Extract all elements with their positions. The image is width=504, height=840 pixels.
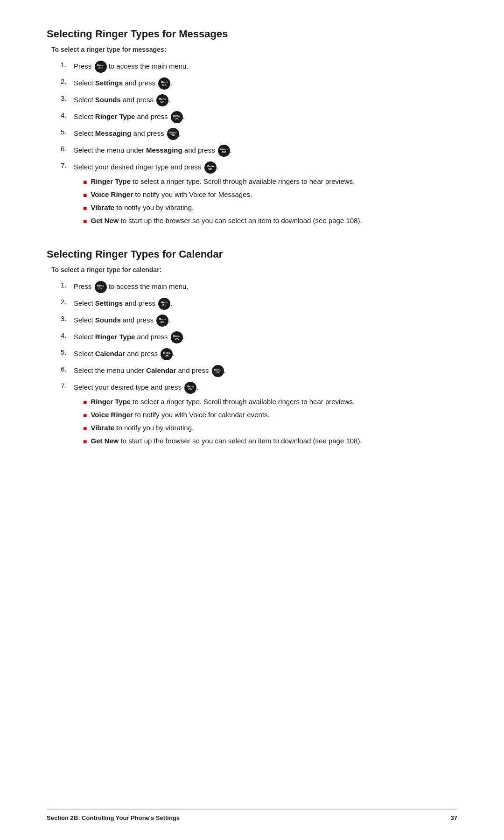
bullet-sq-m2: ■: [83, 191, 87, 199]
bullet-m4-text: Get New to start up the browser so you c…: [91, 217, 362, 224]
section-calendar-title: Selecting Ringer Types for Calendar: [47, 248, 457, 260]
step-m3-content: Select Sounds and press MenuOK.: [74, 94, 457, 106]
menu-button-c3: MenuOK: [156, 315, 168, 327]
page-footer: Section 2B: Controlling Your Phone's Set…: [47, 809, 457, 821]
step-m4-bold: Ringer Type: [95, 112, 135, 120]
messages-steps-list: 1. Press MenuOK to access the main menu.…: [61, 61, 457, 230]
menu-button-c7: MenuOK: [184, 382, 196, 394]
step-c4: 4. Select Ringer Type and press MenuOK.: [61, 331, 457, 343]
section-messages-title: Selecting Ringer Types for Messages: [47, 28, 457, 40]
menu-button-m5: MenuOK: [167, 128, 179, 140]
step-c4-num: 4.: [61, 331, 70, 339]
step-m7-num: 7.: [61, 161, 70, 169]
bullet-sq-c4: ■: [83, 438, 87, 445]
section-calendar-subtitle: To select a ringer type for calendar:: [51, 266, 457, 273]
section-messages: Selecting Ringer Types for Messages To s…: [47, 28, 457, 230]
step-m2-bold: Settings: [95, 79, 123, 87]
step-c5-content: Select Calendar and press MenuOK.: [74, 348, 457, 360]
step-m6-content: Select the menu under Messaging and pres…: [74, 145, 457, 157]
bullet-c4: ■ Get New to start up the browser so you…: [83, 437, 457, 445]
bullet-c1-text: Ringer Type to select a ringer type. Scr…: [91, 398, 355, 406]
menu-button-c1: MenuOK: [95, 281, 107, 293]
step-m5: 5. Select Messaging and press MenuOK.: [61, 128, 457, 140]
bullet-c3-text: Vibrate to notify you by vibrating.: [91, 424, 194, 432]
step-m2-num: 2.: [61, 77, 70, 85]
step-c4-bold: Ringer Type: [95, 333, 135, 341]
step-c5-bold: Calendar: [95, 350, 125, 357]
step-m1-content: Press MenuOK to access the main menu.: [74, 61, 457, 73]
step-m6-num: 6.: [61, 145, 70, 153]
section-calendar: Selecting Ringer Types for Calendar To s…: [47, 248, 457, 450]
step-m5-num: 5.: [61, 128, 70, 136]
step-m7: 7. Select your desired ringer type and p…: [61, 161, 457, 230]
bullet-sq-c3: ■: [83, 425, 87, 432]
step-m7-content: Select your desired ringer type and pres…: [74, 161, 457, 230]
step-m4-content: Select Ringer Type and press MenuOK.: [74, 111, 457, 123]
step-c1-content: Press MenuOK to access the main menu.: [74, 281, 457, 293]
menu-button-c6: MenuOK: [212, 365, 224, 377]
step-m1: 1. Press MenuOK to access the main menu.: [61, 61, 457, 73]
step-c5: 5. Select Calendar and press MenuOK.: [61, 348, 457, 360]
bullet-m4: ■ Get New to start up the browser so you…: [83, 217, 457, 225]
bullet-m1-text: Ringer Type to select a ringer type. Scr…: [91, 177, 355, 185]
step-c6-num: 6.: [61, 365, 70, 373]
step-c6-content: Select the menu under Calendar and press…: [74, 365, 457, 377]
step-m3: 3. Select Sounds and press MenuOK.: [61, 94, 457, 106]
bullet-sq-m4: ■: [83, 217, 87, 225]
bullet-m3-text: Vibrate to notify you by vibrating.: [91, 203, 194, 211]
step-c2-bold: Settings: [95, 299, 123, 307]
footer-left: Section 2B: Controlling Your Phone's Set…: [47, 814, 180, 821]
calendar-steps-list: 1. Press MenuOK to access the main menu.…: [61, 281, 457, 450]
step-c3-num: 3.: [61, 315, 70, 322]
step-c7: 7. Select your desired type and press Me…: [61, 382, 457, 450]
bullet-m2-text: Voice Ringer to notify you with Voice fo…: [91, 190, 252, 198]
step-c5-num: 5.: [61, 348, 70, 356]
bullet-m1: ■ Ringer Type to select a ringer type. S…: [83, 177, 457, 186]
step-c6: 6. Select the menu under Calendar and pr…: [61, 365, 457, 377]
menu-button-m2: MenuOK: [158, 77, 170, 90]
step-c3-content: Select Sounds and press MenuOK.: [74, 315, 457, 327]
messages-bullet-list: ■ Ringer Type to select a ringer type. S…: [83, 177, 457, 225]
menu-button-m1: MenuOK: [95, 61, 107, 73]
calendar-bullet-list: ■ Ringer Type to select a ringer type. S…: [83, 398, 457, 445]
bullet-c1: ■ Ringer Type to select a ringer type. S…: [83, 398, 457, 406]
menu-button-m6: MenuOK: [218, 145, 230, 157]
footer-right: 37: [451, 814, 457, 821]
step-c3: 3. Select Sounds and press MenuOK.: [61, 315, 457, 327]
step-m6: 6. Select the menu under Messaging and p…: [61, 145, 457, 157]
bullet-c4-text: Get New to start up the browser so you c…: [91, 437, 362, 445]
menu-button-m3: MenuOK: [156, 94, 168, 106]
section-messages-subtitle: To select a ringer type for messages:: [51, 46, 457, 53]
step-c7-num: 7.: [61, 382, 70, 390]
step-m5-content: Select Messaging and press MenuOK.: [74, 128, 457, 140]
bullet-c3: ■ Vibrate to notify you by vibrating.: [83, 424, 457, 432]
bullet-sq-c1: ■: [83, 399, 87, 406]
step-c2-num: 2.: [61, 298, 70, 306]
bullet-m2: ■ Voice Ringer to notify you with Voice …: [83, 190, 457, 199]
step-m6-bold: Messaging: [146, 146, 182, 154]
step-c1-num: 1.: [61, 281, 70, 289]
step-m4-num: 4.: [61, 111, 70, 119]
step-c2: 2. Select Settings and press MenuOK.: [61, 298, 457, 310]
bullet-sq-m1: ■: [83, 178, 87, 186]
bullet-sq-c2: ■: [83, 412, 87, 419]
step-c2-content: Select Settings and press MenuOK.: [74, 298, 457, 310]
menu-button-c5: MenuOK: [161, 348, 173, 360]
step-m1-num: 1.: [61, 61, 70, 69]
bullet-c2: ■ Voice Ringer to notify you with Voice …: [83, 411, 457, 419]
step-m4: 4. Select Ringer Type and press MenuOK.: [61, 111, 457, 123]
step-c6-bold: Calendar: [146, 366, 176, 374]
bullet-m3: ■ Vibrate to notify you by vibrating.: [83, 203, 457, 212]
bullet-sq-m3: ■: [83, 204, 87, 212]
menu-button-c4: MenuOK: [171, 331, 183, 343]
step-m3-bold: Sounds: [95, 96, 121, 104]
menu-button-m7: MenuOK: [204, 161, 217, 174]
bullet-c2-text: Voice Ringer to notify you with Voice fo…: [91, 411, 269, 419]
step-m5-bold: Messaging: [95, 129, 132, 137]
step-m2-content: Select Settings and press MenuOK.: [74, 77, 457, 90]
step-c4-content: Select Ringer Type and press MenuOK.: [74, 331, 457, 343]
step-m3-num: 3.: [61, 94, 70, 102]
step-c7-content: Select your desired type and press MenuO…: [74, 382, 457, 450]
step-c3-bold: Sounds: [95, 316, 121, 324]
step-m2: 2. Select Settings and press MenuOK.: [61, 77, 457, 90]
